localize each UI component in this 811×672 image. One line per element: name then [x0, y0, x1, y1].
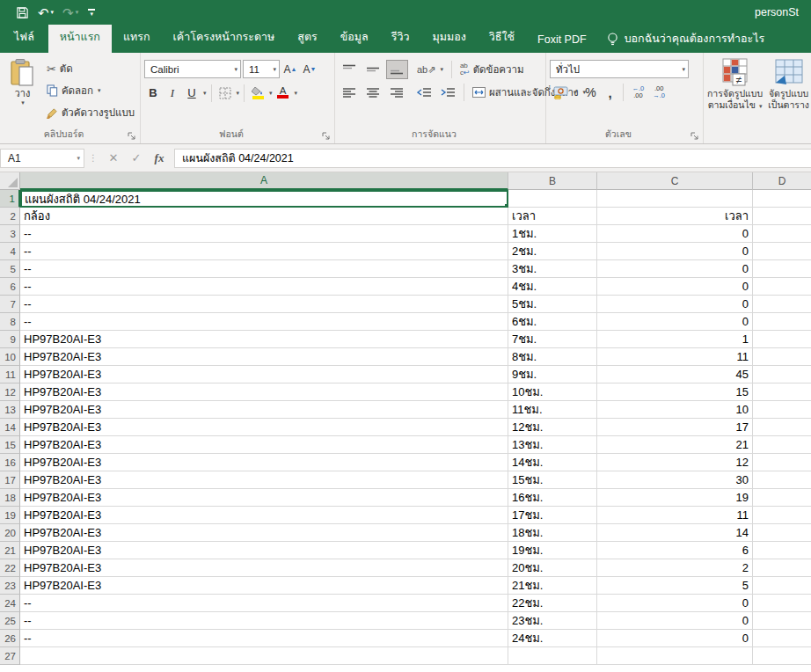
italic-button[interactable]: I [164, 84, 181, 102]
cell-D8[interactable] [753, 313, 811, 331]
cell-C13[interactable]: 10 [597, 401, 753, 419]
underline-button[interactable]: U [183, 84, 201, 102]
cell-C20[interactable]: 14 [597, 524, 753, 542]
cell-A26[interactable]: -- [20, 630, 508, 647]
cell-B26[interactable]: 24ชม. [508, 630, 597, 647]
cell-C22[interactable]: 2 [597, 559, 753, 577]
formula-input[interactable]: แผนผังสถิติ 04/24/2021 [174, 149, 811, 168]
cell-C15[interactable]: 21 [597, 436, 753, 454]
cell-D23[interactable] [753, 577, 811, 595]
cell-B13[interactable]: 11ชม. [508, 401, 597, 419]
cell-C23[interactable]: 5 [597, 577, 753, 595]
font-color-dropdown-arrow[interactable]: ▾ [295, 90, 298, 97]
cell-C17[interactable]: 30 [597, 471, 753, 489]
cell-A21[interactable]: HP97B20AI-E3 [20, 542, 508, 559]
row-header-8[interactable]: 8 [0, 313, 20, 331]
cell-A18[interactable]: HP97B20AI-E3 [20, 489, 508, 507]
cell-D27[interactable] [753, 647, 811, 665]
ribbon-tab-0[interactable]: ไฟล์ [0, 25, 48, 53]
row-header-15[interactable]: 15 [0, 436, 20, 454]
decrease-font-size-button[interactable]: A▼ [301, 60, 318, 78]
cell-D16[interactable] [753, 454, 811, 471]
row-header-22[interactable]: 22 [0, 559, 20, 577]
cell-C21[interactable]: 6 [597, 542, 753, 559]
ribbon-tab-8[interactable]: วิธีใช้ [478, 25, 526, 53]
cell-C3[interactable]: 0 [597, 225, 753, 243]
row-header-18[interactable]: 18 [0, 489, 20, 507]
align-right-button[interactable] [386, 83, 408, 102]
cell-B8[interactable]: 6ชม. [508, 313, 597, 331]
font-name-select[interactable]: Calibri ▾ [144, 60, 241, 78]
tell-me-box[interactable]: บอกฉันว่าคุณต้องการทำอะไร [598, 30, 774, 53]
copy-dropdown-arrow[interactable]: ▾ [98, 87, 101, 94]
name-box-dropdown-arrow[interactable]: ▾ [77, 155, 80, 162]
cell-D3[interactable] [753, 225, 811, 243]
cell-B18[interactable]: 16ชม. [508, 489, 597, 507]
ribbon-tab-6[interactable]: รีวิว [380, 25, 421, 53]
increase-indent-button[interactable] [437, 83, 459, 102]
column-header-C[interactable]: C [597, 172, 753, 190]
row-header-3[interactable]: 3 [0, 225, 20, 243]
ribbon-tab-3[interactable]: เค้าโครงหน้ากระดาษ [162, 25, 287, 53]
insert-function-button[interactable]: fx [148, 151, 171, 165]
cell-B19[interactable]: 17ชม. [508, 507, 597, 524]
row-header-23[interactable]: 23 [0, 577, 20, 595]
cell-A1[interactable]: แผนผังสถิติ 04/24/2021 [20, 190, 508, 208]
ribbon-tab-9[interactable]: Foxit PDF [526, 27, 598, 53]
decrease-indent-button[interactable] [413, 83, 435, 102]
ribbon-tab-5[interactable]: ข้อมูล [329, 25, 380, 53]
increase-decimal-button[interactable]: ←.0 .00 [628, 85, 647, 99]
row-header-13[interactable]: 13 [0, 401, 20, 419]
percent-style-button[interactable]: % [581, 84, 599, 102]
row-header-19[interactable]: 19 [0, 507, 20, 524]
row-header-14[interactable]: 14 [0, 419, 20, 436]
cell-A12[interactable]: HP97B20AI-E3 [20, 383, 508, 401]
cell-D21[interactable] [753, 542, 811, 559]
clipboard-dialog-launcher-icon[interactable] [127, 131, 137, 142]
row-header-21[interactable]: 21 [0, 542, 20, 559]
row-header-26[interactable]: 26 [0, 630, 20, 647]
cell-C6[interactable]: 0 [597, 278, 753, 296]
cell-C19[interactable]: 11 [597, 507, 753, 524]
font-color-button[interactable]: A [274, 84, 292, 102]
orientation-button[interactable]: ab⇗ ▾ [413, 60, 447, 79]
cell-D20[interactable] [753, 524, 811, 542]
decrease-decimal-button[interactable]: .00 →.0 [649, 85, 669, 99]
row-header-9[interactable]: 9 [0, 331, 20, 348]
row-header-5[interactable]: 5 [0, 260, 20, 278]
copy-button[interactable]: คัดลอก ▾ [43, 81, 138, 100]
cell-D9[interactable] [753, 331, 811, 348]
cell-C4[interactable]: 0 [597, 243, 753, 260]
cell-B1[interactable] [508, 190, 597, 208]
cell-C24[interactable]: 0 [597, 595, 753, 612]
cell-A6[interactable]: -- [20, 278, 508, 296]
row-header-11[interactable]: 11 [0, 366, 20, 383]
cell-B12[interactable]: 10ชม. [508, 383, 597, 401]
borders-button[interactable] [216, 84, 234, 102]
cell-C2[interactable]: เวลา [597, 208, 753, 225]
cell-B20[interactable]: 18ชม. [508, 524, 597, 542]
cell-A3[interactable]: -- [20, 225, 508, 243]
ribbon-tab-2[interactable]: แทรก [112, 25, 162, 53]
cell-D11[interactable] [753, 366, 811, 383]
cell-D4[interactable] [753, 243, 811, 260]
align-left-button[interactable] [339, 83, 361, 102]
number-dialog-launcher-icon[interactable] [690, 131, 700, 142]
cell-B9[interactable]: 7ชม. [508, 331, 597, 348]
cell-A16[interactable]: HP97B20AI-E3 [20, 454, 508, 471]
cell-B17[interactable]: 15ชม. [508, 471, 597, 489]
row-header-2[interactable]: 2 [0, 208, 20, 225]
cell-C11[interactable]: 45 [597, 366, 753, 383]
cell-B10[interactable]: 8ชม. [508, 348, 597, 366]
row-header-10[interactable]: 10 [0, 348, 20, 366]
accounting-format-button[interactable]: ▾ [550, 83, 581, 102]
comma-style-button[interactable]: , [601, 84, 618, 102]
cell-A8[interactable]: -- [20, 313, 508, 331]
cell-D19[interactable] [753, 507, 811, 524]
cell-A4[interactable]: -- [20, 243, 508, 260]
select-all-button[interactable] [0, 172, 20, 190]
cell-A17[interactable]: HP97B20AI-E3 [20, 471, 508, 489]
cell-C25[interactable]: 0 [597, 612, 753, 630]
cell-D24[interactable] [753, 595, 811, 612]
cell-B5[interactable]: 3ชม. [508, 260, 597, 278]
